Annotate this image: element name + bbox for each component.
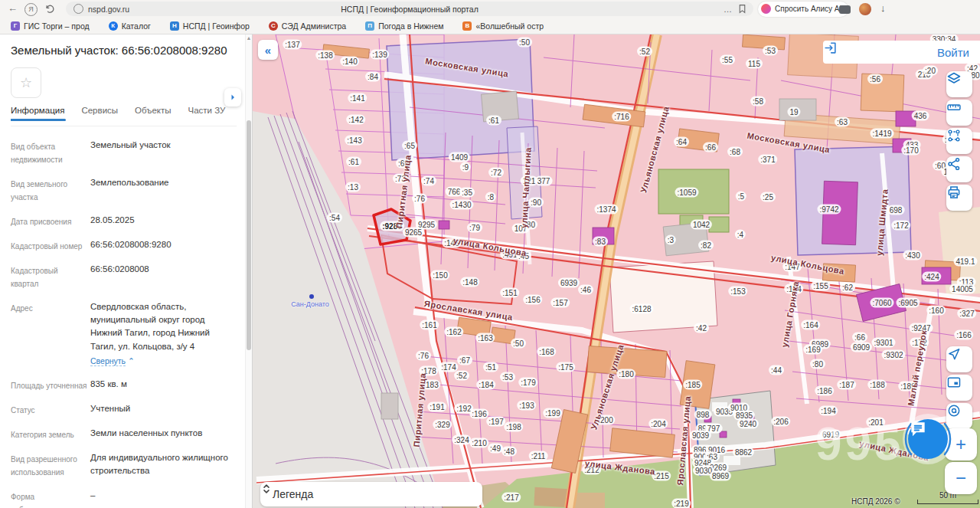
field-label: Статус: [11, 402, 87, 417]
field-row: Вид разрешенного использованияДля индиви…: [11, 451, 237, 479]
share-icon: [946, 156, 962, 172]
field-value: Свердловская область, муниципальный окру…: [87, 300, 237, 368]
field-row: Вид объекта недвижимостиЗемельный участо…: [11, 139, 237, 166]
tab-title: НСПД | Геоинформационный портал: [66, 5, 753, 14]
field-value: 28.05.2025: [87, 214, 237, 228]
layers-button[interactable]: [946, 71, 972, 97]
field-row: Дата присвоения28.05.2025: [11, 214, 237, 228]
navigate-button[interactable]: [946, 346, 972, 372]
panel-tabs: ИнформацияСервисыОбъектыЧасти ЗУСоста: [11, 106, 237, 126]
ask-alice-button[interactable]: Спросить Алису AI: [758, 2, 848, 17]
bookmark-4[interactable]: ППогода в Нижнем: [365, 21, 443, 31]
collapse-address-link[interactable]: Свернуть ⌃: [90, 356, 237, 368]
cadastral-map[interactable]: :9280:137:138:140:139:84:141:142:143:61:…: [253, 34, 980, 508]
field-value: Земли населенных пунктов: [87, 427, 237, 441]
bookmark-icon[interactable]: [737, 4, 747, 14]
field-value: 66:56:0208008: [87, 263, 237, 290]
bookmark-2[interactable]: ННСПД | Геоинфор: [170, 21, 250, 31]
field-row: АдресСвердловская область, муниципальный…: [11, 300, 237, 368]
bookmark-favicon: С: [269, 21, 278, 31]
print-icon: [946, 185, 962, 200]
bookmark-3[interactable]: ССЭД Администра: [269, 21, 346, 31]
field-label: Вид разрешенного использования: [11, 451, 87, 479]
login-icon: [823, 41, 838, 55]
chevron-right-icon: [228, 93, 237, 102]
tab-0[interactable]: Информация: [11, 106, 64, 121]
feedback-chat-button[interactable]: [908, 419, 948, 459]
bookmark-1[interactable]: ККаталог: [109, 21, 151, 31]
ruler-button[interactable]: [946, 100, 972, 126]
field-row: Кадастровый квартал66:56:0208008: [11, 263, 237, 290]
tabs-scroll-right-button[interactable]: [224, 88, 241, 107]
print-button[interactable]: [946, 185, 972, 211]
back-icon[interactable]: ←: [8, 2, 18, 14]
bookmarks-bar: ГГИС Торги – продККаталогННСПД | Геоинфо…: [0, 18, 980, 34]
panel-scrollbar[interactable]: ▲: [245, 34, 252, 508]
field-label: Кадастровый номер: [11, 238, 87, 253]
bookmark-5[interactable]: В«Волшебный остр: [462, 21, 544, 31]
station-label: Сан-Донато: [291, 300, 329, 308]
alice-icon: [761, 4, 771, 14]
bookmark-label: «Волшебный остр: [475, 21, 544, 31]
scroll-up-icon[interactable]: ▲: [246, 35, 252, 41]
tab-2[interactable]: Объекты: [135, 106, 171, 121]
field-value: 66:56:0208008:9280: [87, 238, 237, 253]
bookmark-label: ГИС Торги – прод: [24, 21, 90, 31]
expand-collapse-icon: [260, 482, 273, 496]
sidebar-panel-icon[interactable]: [839, 5, 851, 14]
field-label: Дата присвоения: [11, 214, 87, 228]
share-button[interactable]: [946, 156, 972, 182]
field-row: Площадь уточненная835 кв. м: [11, 378, 237, 392]
field-label: Вид объекта недвижимости: [11, 139, 87, 166]
field-value: 835 кв. м: [87, 378, 237, 392]
map-canvas: [253, 34, 980, 508]
bookmark-favicon: П: [365, 21, 374, 31]
bookmark-favicon: Г: [11, 21, 20, 31]
field-label: Адрес: [11, 300, 87, 368]
map-attribution: НСПД 2026 ©: [851, 497, 900, 506]
bookmark-0[interactable]: ГГИС Торги – прод: [11, 21, 90, 31]
profile-avatar[interactable]: [859, 3, 871, 15]
reload-icon[interactable]: [44, 3, 56, 15]
browser-logo-icon[interactable]: Я: [24, 3, 38, 16]
field-row: Форма собственности–: [11, 489, 237, 508]
object-info-panel: Земельный участок: 66:56:0208008:9280 ☆ …: [0, 34, 253, 508]
overview-button[interactable]: [946, 375, 972, 401]
measure-button[interactable]: [946, 128, 972, 154]
field-label: Вид земельного участка: [11, 176, 87, 204]
field-label: Кадастровый квартал: [11, 263, 87, 290]
bookmark-label: СЭД Администра: [282, 21, 346, 31]
more-icon[interactable]: …: [724, 5, 732, 14]
field-row: Категория земельЗемли населенных пунктов: [11, 427, 237, 441]
field-row: Кадастровый номер66:56:0208008:9280: [11, 238, 237, 253]
tab-3[interactable]: Части ЗУ: [188, 106, 226, 121]
layers-icon: [946, 71, 962, 87]
login-bar[interactable]: Войти: [823, 41, 980, 64]
star-icon: ☆: [20, 74, 32, 91]
field-label: Категория земель: [11, 427, 87, 441]
overview-icon: [946, 375, 962, 390]
bookmark-label: НСПД | Геоинфор: [183, 21, 250, 31]
field-value: –: [87, 489, 237, 508]
bookmark-label: Каталог: [122, 21, 151, 31]
measure-icon: [946, 128, 962, 143]
page-title: Земельный участок: 66:56:0208008:9280: [11, 44, 237, 58]
field-value: Землепользование: [87, 176, 237, 204]
field-value: Для индивидуального жилищного строительс…: [87, 451, 237, 479]
scrollbar-thumb[interactable]: [247, 120, 251, 350]
downloads-icon[interactable]: ↓: [880, 2, 886, 14]
login-label: Войти: [937, 46, 969, 59]
legend-toggle[interactable]: Легенда: [260, 482, 482, 506]
ruler-icon: [946, 100, 962, 115]
panel-collapse-button[interactable]: «: [258, 40, 278, 60]
bookmark-favicon: К: [109, 21, 118, 31]
favorite-button[interactable]: ☆: [11, 67, 41, 98]
tab-1[interactable]: Сервисы: [81, 106, 118, 121]
browser-chrome: ← Я nspd.gov.ru НСПД | Геоинформационный…: [0, 0, 980, 34]
field-value: Земельный участок: [87, 139, 237, 166]
field-label: Форма собственности: [11, 489, 87, 508]
field-value: Учтенный: [87, 402, 237, 417]
address-bar[interactable]: nspd.gov.ru НСПД | Геоинформационный пор…: [66, 2, 753, 16]
zoom-out-button[interactable]: −: [945, 462, 977, 494]
collapse-link-text: Свернуть: [90, 356, 126, 366]
